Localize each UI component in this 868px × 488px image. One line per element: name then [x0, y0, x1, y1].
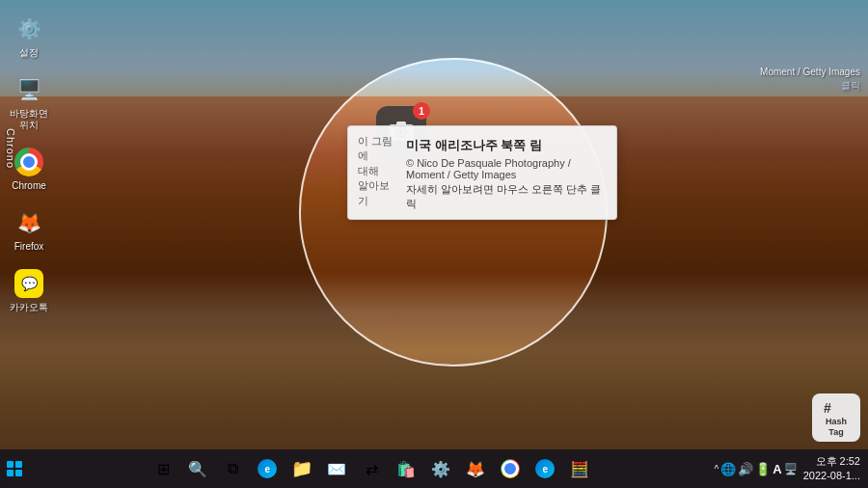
taskbar-icon-edge2[interactable]: e: [529, 453, 560, 484]
taskbar-icon-calculator[interactable]: 🧮: [564, 453, 595, 484]
hashtag-widget[interactable]: # HashTag: [812, 393, 860, 442]
hashtag-label: HashTag: [826, 417, 847, 438]
tray-battery[interactable]: 🔋: [755, 462, 771, 476]
taskbar: ⊞ 🔍 ⧉ e 📁 ✉️ ⇄: [0, 449, 868, 488]
kakao-icon-img: 💬: [14, 268, 44, 299]
taskbar-right: ^ 🌐 🔊 🔋 A 🖥️ 오후 2:52 2022-08-1...: [715, 454, 868, 484]
corner-label: Moment / Getty Images 클릭: [760, 66, 860, 93]
kakao-icon: 💬: [14, 269, 43, 298]
taskbar-center: ⊞ 🔍 ⧉ e 📁 ✉️ ⇄: [148, 453, 595, 484]
sidebar-item-settings[interactable]: ⚙️ 설정: [2, 10, 56, 63]
sidebar: ⚙️ 설정 🖥️ 바탕화면 위치 Chrome 🦊 Firefox 💬 카카오톡: [0, 0, 58, 449]
clock-area[interactable]: 오후 2:52 2022-08-1...: [803, 454, 860, 484]
chrome-icon-img: [14, 147, 44, 177]
tray-display[interactable]: 🖥️: [784, 463, 798, 475]
tooltip-main-text: 미국 애리조나주 북쪽 림: [406, 137, 607, 154]
tray-network[interactable]: 🌐: [720, 462, 736, 476]
taskbar-icon-edge[interactable]: e: [252, 453, 283, 484]
taskbar-icon-mail[interactable]: ✉️: [321, 453, 352, 484]
chrome-icon: [14, 148, 43, 176]
chrome-label: Chrome: [12, 180, 46, 192]
chrome-taskbar-icon: [501, 459, 520, 478]
clock-date: 2022-08-1...: [803, 469, 860, 483]
taskbar-icon-network[interactable]: ⇄: [356, 453, 387, 484]
taskbar-icon-store[interactable]: 🛍️: [391, 453, 421, 484]
tooltip-box: 이 그림에 대해 알아보기 미국 애리조나주 북쪽 림 © Nico De Pa…: [347, 125, 617, 220]
desktop-icon: 🖥️: [14, 74, 44, 105]
taskbar-icon-chrome[interactable]: [495, 453, 526, 484]
hashtag-icon: #: [822, 397, 851, 417]
taskbar-icon-settings[interactable]: ⚙️: [425, 453, 456, 484]
tooltip-title: 이 그림에 대해 알아보기: [358, 134, 396, 208]
sidebar-item-firefox[interactable]: 🦊 Firefox: [2, 203, 56, 257]
sidebar-item-kakao[interactable]: 💬 카카오톡: [2, 264, 56, 317]
chrono-label: Chrono: [5, 128, 16, 169]
corner-text-line2[interactable]: 클릭: [760, 79, 860, 93]
firefox-icon-img: 🦊: [14, 207, 44, 238]
firefox-label: Firefox: [14, 241, 44, 253]
sidebar-item-desktop[interactable]: 🖥️ 바탕화면 위치: [2, 70, 56, 135]
start-button[interactable]: [0, 453, 29, 484]
taskbar-icon-search[interactable]: 🔍: [182, 453, 213, 484]
tray-chevron[interactable]: ^: [715, 464, 719, 474]
kakao-label: 카카오톡: [10, 302, 48, 313]
tooltip-hint: 자세히 알아보려면 마우스 오른쪽 단추 클릭: [406, 182, 607, 211]
system-tray: ^ 🌐 🔊 🔋 A 🖥️: [715, 462, 798, 476]
tooltip-credit: © Nico De Pasquale Photography / Moment …: [406, 157, 607, 180]
tray-sound[interactable]: 🔊: [738, 462, 753, 476]
svg-text:#: #: [824, 400, 831, 416]
clock-time: 오후 2:52: [803, 454, 860, 469]
desktop: ⚙️ 설정 🖥️ 바탕화면 위치 Chrome 🦊 Firefox 💬 카카오톡: [0, 0, 868, 488]
taskbar-icon-taskview[interactable]: ⧉: [217, 453, 248, 484]
settings-icon: ⚙️: [14, 14, 44, 44]
notification-badge: 1: [413, 102, 430, 120]
windows-icon: [7, 461, 22, 476]
tray-keyboard[interactable]: A: [773, 462, 781, 476]
taskbar-icon-explorer[interactable]: 📁: [286, 453, 317, 484]
taskbar-icon-firefox[interactable]: 🦊: [460, 453, 491, 484]
corner-text-line1: Moment / Getty Images: [760, 66, 860, 79]
taskbar-icon-start[interactable]: ⊞: [148, 453, 178, 484]
settings-label: 설정: [19, 47, 39, 59]
